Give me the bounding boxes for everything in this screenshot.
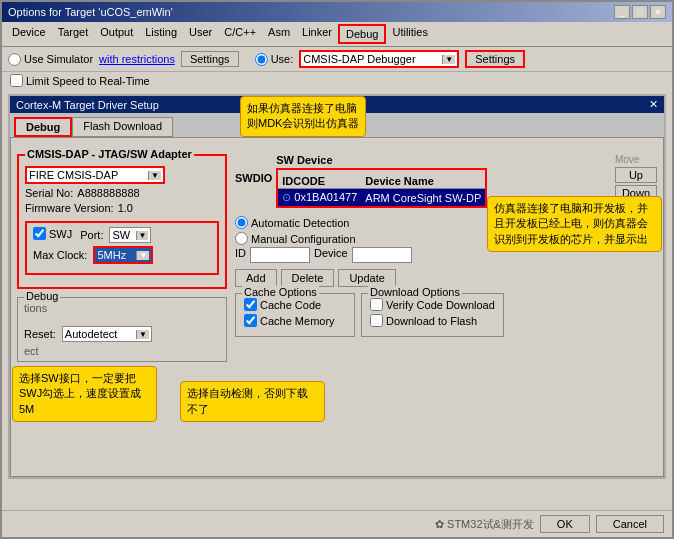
- swj-label: SWJ: [49, 228, 72, 240]
- debugger-select[interactable]: CMSIS-DAP Debugger ▼: [299, 50, 459, 68]
- maximize-button[interactable]: □: [632, 5, 648, 19]
- adapter-arrow-icon[interactable]: ▼: [148, 171, 161, 180]
- download-flash-checkbox[interactable]: [370, 314, 383, 327]
- adapter-select[interactable]: FIRE CMSIS-DAP ▼: [25, 166, 165, 184]
- menu-asm[interactable]: Asm: [262, 24, 296, 44]
- debugger-value: CMSIS-DAP Debugger: [303, 53, 415, 65]
- ect-placeholder: ect: [24, 345, 220, 357]
- use-label: Use:: [271, 53, 294, 65]
- menu-linker[interactable]: Linker: [296, 24, 338, 44]
- device-table-wrapper: IDCODE Device Name ⊙ 0x1BA01477: [276, 168, 487, 208]
- swj-checkbox[interactable]: [33, 227, 46, 240]
- menu-debug[interactable]: Debug: [338, 24, 386, 44]
- menu-target[interactable]: Target: [52, 24, 95, 44]
- debugger-arrow-icon[interactable]: ▼: [442, 55, 455, 64]
- firmware-value: 1.0: [118, 202, 133, 214]
- port-select[interactable]: SW ▼: [109, 227, 151, 243]
- cache-memory-checkbox-label[interactable]: Cache Memory: [244, 314, 346, 327]
- menu-device[interactable]: Device: [6, 24, 52, 44]
- bubble-device: 仿真器连接了电脑和开发板，并且开发板已经上电，则仿真器会识别到开发板的芯片，并显…: [487, 196, 662, 252]
- manual-config-radio[interactable]: [235, 232, 248, 245]
- toolbar-row: Use Simulator with restrictions Settings…: [2, 47, 672, 72]
- menu-output[interactable]: Output: [94, 24, 139, 44]
- tab-flash-download[interactable]: Flash Download: [72, 117, 173, 137]
- menu-cpp[interactable]: C/C++: [218, 24, 262, 44]
- action-buttons: Add Delete Update: [235, 269, 657, 287]
- radio-dot: ⊙: [282, 191, 294, 203]
- adapter-row: FIRE CMSIS-DAP ▼: [25, 166, 219, 184]
- device-table: IDCODE Device Name ⊙ 0x1BA01477: [278, 174, 485, 206]
- col-device-name: Device Name: [361, 174, 485, 189]
- swj-row: SWJ Port: SW ▼: [33, 227, 211, 243]
- cache-code-checkbox[interactable]: [244, 298, 257, 311]
- limit-speed-label: Limit Speed to Real-Time: [26, 75, 150, 87]
- bubble-swj: 选择SW接口，一定要把SWJ勾选上，速度设置成5M: [12, 366, 157, 422]
- ok-button[interactable]: OK: [540, 515, 590, 533]
- use-radio-input[interactable]: [255, 53, 268, 66]
- use-radio[interactable]: Use:: [255, 53, 294, 66]
- table-row[interactable]: ⊙ 0x1BA01477 ARM CoreSight SW-DP: [278, 189, 485, 207]
- max-clock-select[interactable]: 5MHz ▼: [93, 246, 153, 264]
- jtag-group-label: CMSIS-DAP - JTAG/SW Adapter: [25, 148, 194, 160]
- reset-arrow-icon[interactable]: ▼: [136, 330, 149, 339]
- device-label: Device: [314, 247, 348, 263]
- manual-label: Manual Configuration: [251, 233, 356, 245]
- target-driver-panel: Cortex-M Target Driver Setup ✕ Debug Fla…: [8, 94, 666, 479]
- automatic-label: Automatic Detection: [251, 217, 349, 229]
- download-flash-checkbox-label[interactable]: Download to Flash: [370, 314, 495, 327]
- panel-close-icon[interactable]: ✕: [649, 98, 658, 111]
- menu-bar: Device Target Output Listing User C/C++ …: [2, 22, 672, 47]
- settings-button-1[interactable]: Settings: [181, 51, 239, 67]
- brand-text: ✿ STM32试&测开发: [435, 517, 534, 532]
- move-label: Move: [615, 154, 657, 165]
- title-bar-buttons: _ □ ✕: [614, 5, 666, 19]
- swj-checkbox-label[interactable]: SWJ: [33, 227, 72, 240]
- max-clock-arrow-icon[interactable]: ▼: [136, 251, 149, 260]
- use-simulator-radio[interactable]: Use Simulator: [8, 53, 93, 66]
- id-label: ID: [235, 247, 246, 263]
- restrictions-link[interactable]: with restrictions: [99, 53, 175, 65]
- debug-group: Debug tions Reset: Autodetect ▼ ect: [17, 297, 227, 362]
- serial-value: A888888888: [77, 187, 139, 199]
- minimize-button[interactable]: _: [614, 5, 630, 19]
- firmware-label: Firmware Version:: [25, 202, 114, 214]
- simulator-radio-input[interactable]: [8, 53, 21, 66]
- limit-speed-checkbox-label[interactable]: Limit Speed to Real-Time: [10, 74, 664, 87]
- reset-row: Reset: Autodetect ▼: [24, 326, 220, 342]
- move-buttons: Move Up Down: [615, 154, 657, 201]
- port-arrow-icon[interactable]: ▼: [136, 231, 149, 240]
- add-button[interactable]: Add: [235, 269, 277, 287]
- verify-checkbox-label[interactable]: Verify Code Download: [370, 298, 495, 311]
- idcode-cell: ⊙ 0x1BA01477: [278, 189, 361, 207]
- cache-code-checkbox-label[interactable]: Cache Code: [244, 298, 346, 311]
- tab-debug[interactable]: Debug: [14, 117, 72, 137]
- reset-select[interactable]: Autodetect ▼: [62, 326, 152, 342]
- download-options-label: Download Options: [368, 286, 462, 298]
- serial-row: Serial No: A888888888: [25, 187, 219, 199]
- settings-button-2[interactable]: Settings: [465, 50, 525, 68]
- download-label: Download to Flash: [386, 315, 477, 327]
- port-label: Port:: [80, 229, 103, 241]
- simulator-label: Use Simulator: [24, 53, 93, 65]
- menu-utilities[interactable]: Utilities: [386, 24, 433, 44]
- close-button[interactable]: ✕: [650, 5, 666, 19]
- menu-listing[interactable]: Listing: [139, 24, 183, 44]
- limit-speed-checkbox[interactable]: [10, 74, 23, 87]
- jtag-group: CMSIS-DAP - JTAG/SW Adapter FIRE CMSIS-D…: [17, 154, 227, 289]
- cache-memory-checkbox[interactable]: [244, 314, 257, 327]
- idcode-value: 0x1BA01477: [294, 191, 357, 203]
- device-input[interactable]: [352, 247, 412, 263]
- update-button[interactable]: Update: [338, 269, 395, 287]
- verify-checkbox[interactable]: [370, 298, 383, 311]
- cancel-button[interactable]: Cancel: [596, 515, 664, 533]
- automatic-detection-radio[interactable]: [235, 216, 248, 229]
- delete-button[interactable]: Delete: [281, 269, 335, 287]
- sw-device-label: SW Device: [276, 154, 611, 166]
- adapter-value: FIRE CMSIS-DAP: [29, 169, 118, 181]
- bubble-simulator: 如果仿真器连接了电脑则MDK会识别出仿真器: [240, 96, 366, 137]
- id-input[interactable]: [250, 247, 310, 263]
- firmware-row: Firmware Version: 1.0: [25, 202, 219, 214]
- move-up-button[interactable]: Up: [615, 167, 657, 183]
- footer-bar: ✿ STM32试&测开发 OK Cancel: [2, 510, 672, 537]
- menu-user[interactable]: User: [183, 24, 218, 44]
